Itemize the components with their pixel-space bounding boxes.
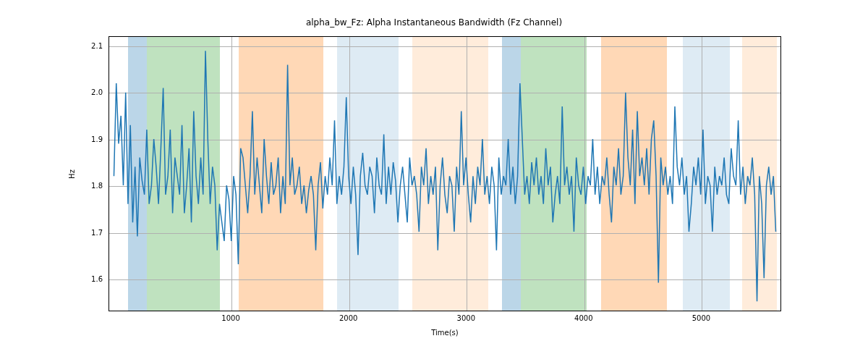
y-axis-label: Hz xyxy=(67,36,77,311)
chart-title: alpha_bw_Fz: Alpha Instantaneous Bandwid… xyxy=(0,17,868,28)
x-tick-label: 1000 xyxy=(221,314,239,322)
y-tick-label: 2.0 xyxy=(74,88,103,96)
axes-container xyxy=(109,36,781,311)
figure: alpha_bw_Fz: Alpha Instantaneous Bandwid… xyxy=(0,0,868,362)
x-axis-label: Time(s) xyxy=(109,329,781,337)
y-tick-label: 1.6 xyxy=(74,274,103,282)
y-tick-label: 1.8 xyxy=(74,182,103,190)
y-tick-label: 1.9 xyxy=(74,135,103,143)
plot-area xyxy=(109,36,781,311)
y-tick-label: 1.7 xyxy=(74,228,103,236)
x-tick-label: 2000 xyxy=(339,314,357,322)
x-tick-label: 3000 xyxy=(457,314,475,322)
series-line xyxy=(114,51,775,301)
line-series xyxy=(109,37,780,311)
y-tick-label: 2.1 xyxy=(74,41,103,49)
x-tick-label: 4000 xyxy=(574,314,592,322)
x-tick-label: 5000 xyxy=(692,314,710,322)
